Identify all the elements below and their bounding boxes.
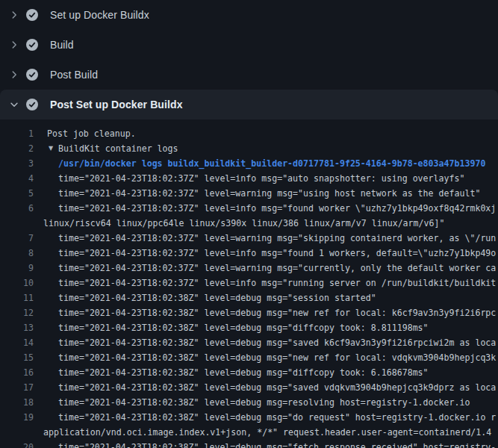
log-line: 1 Post job cleanup. <box>0 126 498 141</box>
chevron-right-icon <box>9 10 19 20</box>
line-number[interactable]: 16 <box>0 365 34 380</box>
step-title: Post Build <box>50 69 98 81</box>
log-text: time="2021-04-23T18:02:37Z" level=warnin… <box>58 261 498 276</box>
log-text: time="2021-04-23T18:02:37Z" level=warnin… <box>58 231 498 246</box>
log-line: 3 /usr/bin/docker logs buildx_buildkit_b… <box>0 156 498 171</box>
log-text: time="2021-04-23T18:02:38Z" level=debug … <box>58 290 498 305</box>
log-line: 7 time="2021-04-23T18:02:37Z" level=warn… <box>0 231 498 246</box>
log-line: 6 time="2021-04-23T18:02:37Z" level=info… <box>0 201 498 216</box>
log-line: 5 time="2021-04-23T18:02:37Z" level=warn… <box>0 186 498 201</box>
step-title: Build <box>50 39 74 51</box>
log-line: application/vnd.oci.image.index.v1+json,… <box>0 425 498 440</box>
check-circle-icon <box>26 69 38 81</box>
log-text: time="2021-04-23T18:02:38Z" level=debug … <box>58 365 498 380</box>
step-header-post-set-up-docker-buildx[interactable]: Post Set up Docker Buildx <box>0 90 498 119</box>
log-line: 9 time="2021-04-23T18:02:37Z" level=warn… <box>0 261 498 276</box>
log-text: BuildKit container logs <box>58 141 498 156</box>
log-group-header[interactable]: 2 ▼ BuildKit container logs <box>0 141 498 156</box>
log-text: time="2021-04-23T18:02:38Z" level=debug … <box>58 320 498 335</box>
log-text: linux/riscv64 linux/ppc64le linux/s390x … <box>43 216 498 231</box>
log-text: time="2021-04-23T18:02:38Z" level=debug … <box>58 410 498 425</box>
line-number[interactable]: 1 <box>0 126 34 141</box>
log-line: linux/riscv64 linux/ppc64le linux/s390x … <box>0 216 498 231</box>
check-circle-icon <box>26 39 38 51</box>
log-text: time="2021-04-23T18:02:37Z" level=info m… <box>58 201 498 216</box>
log-text: time="2021-04-23T18:02:38Z" level=debug … <box>58 380 498 395</box>
line-number[interactable]: 5 <box>0 186 34 201</box>
check-circle-icon <box>26 9 38 21</box>
log-line: 12 time="2021-04-23T18:02:38Z" level=deb… <box>0 305 498 320</box>
line-number[interactable]: 4 <box>0 171 34 186</box>
line-number[interactable]: 20 <box>0 440 34 448</box>
log-text: /usr/bin/docker logs buildx_buildkit_bui… <box>58 156 498 171</box>
log-line: 18 time="2021-04-23T18:02:38Z" level=deb… <box>0 395 498 410</box>
step-header-post-build[interactable]: Post Build <box>0 60 498 90</box>
log-line: 8 time="2021-04-23T18:02:37Z" level=info… <box>0 246 498 261</box>
step-header-build[interactable]: Build <box>0 30 498 60</box>
check-circle-icon <box>26 99 38 111</box>
log-line: 13 time="2021-04-23T18:02:38Z" level=deb… <box>0 320 498 335</box>
line-number[interactable]: 10 <box>0 276 34 290</box>
log-line: 4 time="2021-04-23T18:02:37Z" level=info… <box>0 171 498 186</box>
chevron-right-icon <box>9 69 19 80</box>
actions-log-panel: Set up Docker Buildx Build Post Build Po… <box>0 0 498 448</box>
log-text: time="2021-04-23T18:02:37Z" level=info m… <box>58 246 498 261</box>
log-line: 20 time="2021-04-23T18:02:38Z" level=deb… <box>0 440 498 448</box>
line-number[interactable]: 11 <box>0 290 34 305</box>
line-number[interactable]: 17 <box>0 380 34 395</box>
line-number[interactable]: 9 <box>0 261 34 276</box>
log-line: 17 time="2021-04-23T18:02:38Z" level=deb… <box>0 380 498 395</box>
log-line: 15 time="2021-04-23T18:02:38Z" level=deb… <box>0 350 498 365</box>
log-text: time="2021-04-23T18:02:38Z" level=debug … <box>58 440 498 448</box>
line-number <box>0 425 34 440</box>
line-number[interactable]: 8 <box>0 246 34 261</box>
log-line: 11 time="2021-04-23T18:02:38Z" level=deb… <box>0 290 498 305</box>
chevron-down-icon <box>9 99 19 110</box>
line-number[interactable]: 2 <box>0 141 34 156</box>
group-collapse-triangle-icon: ▼ <box>49 141 58 156</box>
log-line: 16 time="2021-04-23T18:02:38Z" level=deb… <box>0 365 498 380</box>
log-text: time="2021-04-23T18:02:38Z" level=debug … <box>58 305 498 320</box>
step-header-set-up-docker-buildx[interactable]: Set up Docker Buildx <box>0 0 498 30</box>
chevron-right-icon <box>9 40 19 50</box>
line-number[interactable]: 18 <box>0 395 34 410</box>
log-line: 19 time="2021-04-23T18:02:38Z" level=deb… <box>0 410 498 425</box>
log-text: time="2021-04-23T18:02:38Z" level=debug … <box>58 350 498 365</box>
log-line: 14 time="2021-04-23T18:02:38Z" level=deb… <box>0 335 498 350</box>
log-text: application/vnd.oci.image.index.v1+json,… <box>43 425 498 440</box>
log-text: time="2021-04-23T18:02:38Z" level=debug … <box>58 335 498 350</box>
line-number <box>0 216 34 231</box>
line-number[interactable]: 15 <box>0 350 34 365</box>
log-text: time="2021-04-23T18:02:38Z" level=debug … <box>58 395 498 410</box>
log-text: time="2021-04-23T18:02:37Z" level=warnin… <box>58 186 498 201</box>
line-number[interactable]: 12 <box>0 305 34 320</box>
line-number[interactable]: 19 <box>0 410 34 425</box>
step-title: Post Set up Docker Buildx <box>50 99 183 111</box>
line-number[interactable]: 3 <box>0 156 34 171</box>
log-text: time="2021-04-23T18:02:37Z" level=info m… <box>58 171 498 186</box>
line-number[interactable]: 6 <box>0 201 34 216</box>
steps-list: Set up Docker Buildx Build Post Build Po… <box>0 0 498 119</box>
line-number[interactable]: 7 <box>0 231 34 246</box>
line-number[interactable]: 14 <box>0 335 34 350</box>
log-text: time="2021-04-23T18:02:37Z" level=info m… <box>58 276 498 290</box>
log-line: 10 time="2021-04-23T18:02:37Z" level=inf… <box>0 276 498 290</box>
log-text: Post job cleanup. <box>47 126 498 141</box>
log-area: 1 Post job cleanup. 2 ▼ BuildKit contain… <box>0 119 498 448</box>
line-number[interactable]: 13 <box>0 320 34 335</box>
step-title: Set up Docker Buildx <box>50 9 149 21</box>
